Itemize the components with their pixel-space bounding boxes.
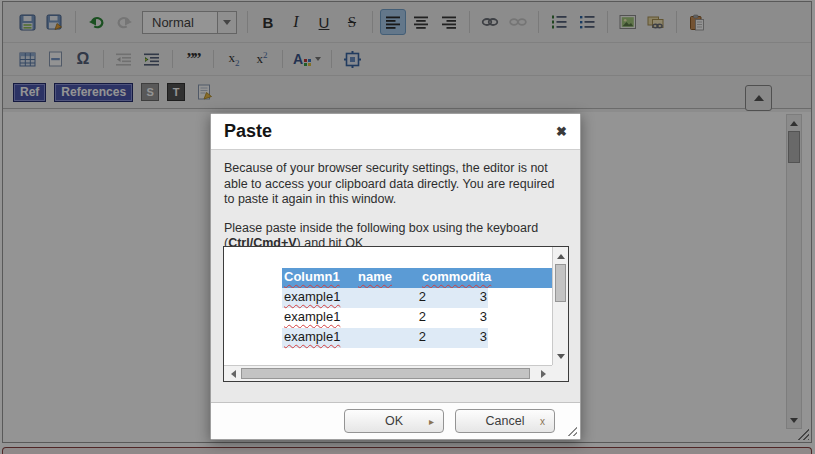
pasted-table-row: example1 2 3 [282,328,488,348]
scroll-left-icon[interactable] [226,366,240,381]
dialog-body: Because of your browser security setting… [211,150,580,252]
paste-area-frame: Column1 name commodita example1 2 3 exam… [223,246,569,382]
pasted-table: Column1 name commodita example1 2 3 exam… [282,268,552,348]
pasted-table-cell: 3 [282,309,487,324]
cancel-button[interactable]: Cancel x [455,409,555,433]
pasted-table-header-cell: commodita [422,269,491,284]
ok-accesskey-icon: ▸ [429,416,434,427]
dialog-message-1: Because of your browser security setting… [224,161,567,208]
pasted-table-cell: 3 [282,329,487,344]
close-icon[interactable]: ✖ [556,124,567,139]
paste-horizontal-scrollbar[interactable] [224,365,552,381]
scroll-right-icon[interactable] [536,366,550,381]
paste-vertical-scrollbar[interactable] [552,247,568,365]
dialog-title-bar[interactable]: Paste ✖ [211,114,580,150]
pasted-table-header-cell: Column1 [284,269,340,284]
pasted-table-row: example1 2 3 [282,308,488,328]
cancel-accesskey-icon: x [540,416,545,427]
pasted-table-header-cell: name [358,269,392,284]
scrollbar-corner [552,365,568,381]
scroll-down-icon[interactable] [553,349,568,363]
dialog-title: Paste [224,121,272,142]
dialog-footer: OK ▸ Cancel x [211,402,580,439]
paste-dialog: Paste ✖ Because of your browser security… [210,113,581,440]
pasted-table-header-row: Column1 name commodita [282,268,552,288]
pasted-table-row: example1 2 3 [282,288,488,308]
ok-button[interactable]: OK ▸ [344,409,444,433]
paste-hscrollbar-thumb[interactable] [241,368,530,379]
paste-editable-area[interactable]: Column1 name commodita example1 2 3 exam… [224,247,552,365]
paste-vscrollbar-thumb[interactable] [555,264,566,302]
pasted-table-cell: 3 [282,289,487,304]
scroll-up-icon[interactable] [553,249,568,263]
